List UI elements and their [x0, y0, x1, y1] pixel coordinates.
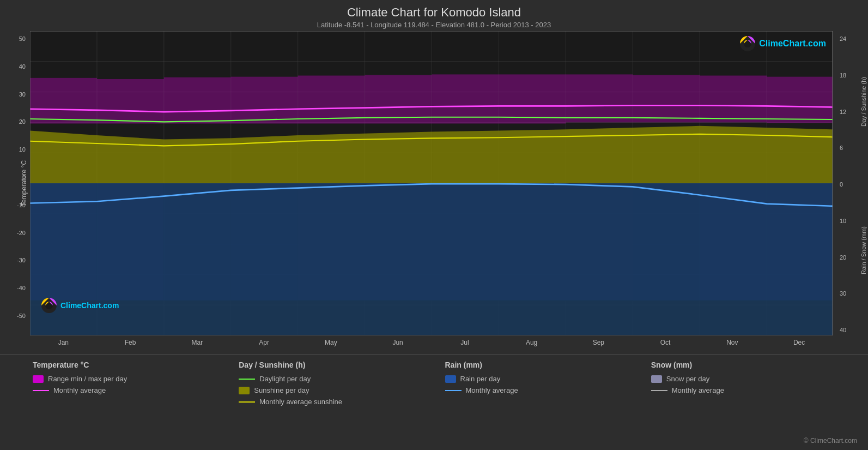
svg-rect-37 [700, 183, 767, 301]
legend-label-snow: Snow per day [666, 375, 710, 383]
y-tick-40: 40 [0, 63, 28, 70]
svg-rect-49 [633, 75, 700, 122]
x-tick-oct: Oct [632, 335, 699, 355]
y-axis-right-top: 24 18 12 6 0 10 20 30 40 Day / Sunshine … [833, 31, 868, 335]
legend-item-sunshine-avg: Monthly average sunshine [239, 398, 445, 406]
svg-rect-36 [633, 183, 700, 301]
legend-label-rain-avg: Monthly average [466, 386, 518, 394]
y-tick-n30: -30 [0, 257, 28, 263]
legend-label-sunshine-avg: Monthly average sunshine [259, 398, 342, 406]
y-tick-r-6: 6 [837, 145, 866, 151]
legend-label-daylight: Daylight per day [259, 375, 311, 383]
legend-line-rain-avg [445, 390, 462, 391]
x-tick-dec: Dec [766, 335, 833, 355]
legend-swatch-sunshine [239, 387, 250, 394]
legend-title-snow: Snow (mm) [651, 361, 857, 369]
svg-rect-32 [365, 183, 432, 301]
svg-rect-48 [566, 74, 633, 122]
y-tick-20: 20 [0, 118, 28, 125]
svg-rect-43 [231, 77, 298, 124]
svg-rect-42 [164, 77, 231, 124]
legend-swatch-snow [651, 375, 662, 383]
chart-subtitle: Latitude -8.541 - Longitude 119.484 - El… [0, 21, 868, 29]
y-axis-left-label: Temperature °C [20, 160, 28, 206]
legend-label-temp-avg: Monthly average [53, 386, 106, 394]
legend-line-sunshine-avg [239, 401, 255, 403]
chart-area: ClimeChart.com ClimeChart.com [30, 31, 833, 335]
climechart-logo-icon-bottom [41, 297, 57, 314]
logo-text-bottom: ClimeChart.com [60, 301, 119, 310]
legend-label-temp-range: Range min / max per day [48, 375, 127, 383]
y-tick-r-24: 24 [837, 35, 866, 42]
legend-line-temp-avg [33, 390, 49, 391]
legend-title-sunshine: Day / Sunshine (h) [239, 361, 445, 369]
title-area: Climate Chart for Komodo Island Latitude… [0, 0, 868, 31]
legend-title-temp: Temperature °C [33, 361, 239, 369]
legend-label-sunshine: Sunshine per day [254, 386, 309, 394]
x-tick-aug: Aug [498, 335, 565, 355]
climechart-logo-icon [739, 35, 756, 52]
y-axis-right-rain-label: Rain / Snow (mm) [860, 226, 867, 274]
legend-item-snow: Snow per day [651, 375, 857, 383]
legend-section-temp: Temperature °C Range min / max per day M… [33, 361, 239, 445]
copyright-text: © ClimeChart.com [651, 426, 857, 445]
y-tick-n20: -20 [0, 230, 28, 236]
legend-section-sunshine: Day / Sunshine (h) Daylight per day Suns… [239, 361, 445, 445]
x-tick-mar: Mar [164, 335, 231, 355]
y-tick-r-10: 10 [837, 218, 866, 224]
svg-rect-35 [566, 183, 633, 301]
legend-item-temp-avg: Monthly average [33, 386, 239, 394]
legend-swatch-rain [445, 375, 456, 383]
svg-rect-29 [164, 183, 231, 301]
legend-item-snow-avg: Monthly average [651, 386, 857, 394]
x-tick-jan: Jan [30, 335, 97, 355]
svg-rect-46 [432, 74, 499, 123]
legend-section-snow: Snow (mm) Snow per day Monthly average ©… [651, 361, 857, 445]
legend-item-sunshine: Sunshine per day [239, 386, 445, 394]
legend-item-rain: Rain per day [445, 375, 651, 383]
chart-container: Climate Chart for Komodo Island Latitude… [0, 0, 868, 450]
svg-rect-31 [298, 183, 365, 301]
y-tick-n50: -50 [0, 313, 28, 319]
y-axis-right: 24 18 12 6 0 10 20 30 40 Day / Sunshine … [833, 31, 868, 335]
logo-bottom-left: ClimeChart.com [41, 297, 119, 314]
svg-rect-33 [432, 183, 499, 301]
svg-rect-51 [767, 77, 833, 123]
logo-top-right: ClimeChart.com [739, 35, 826, 52]
svg-rect-27 [30, 183, 97, 301]
x-tick-may: May [298, 335, 365, 355]
chart-main: 50 40 30 20 10 0 -10 -20 -30 -40 -50 Tem… [0, 31, 868, 335]
legend-line-daylight [239, 379, 255, 380]
svg-rect-30 [231, 183, 298, 301]
legend-area: Temperature °C Range min / max per day M… [0, 355, 868, 450]
legend-label-rain: Rain per day [460, 375, 501, 383]
x-axis-area: JanFebMarAprMayJunJulAugSepOctNovDec [30, 335, 833, 355]
y-tick-30: 30 [0, 91, 28, 98]
x-tick-feb: Feb [97, 335, 164, 355]
svg-rect-45 [365, 75, 432, 123]
y-axis-right-sunshine-label: Day / Sunshine (h) [860, 77, 867, 127]
svg-rect-50 [700, 76, 767, 123]
x-tick-apr: Apr [230, 335, 298, 355]
x-tick-jul: Jul [432, 335, 499, 355]
svg-rect-44 [298, 76, 365, 124]
svg-rect-40 [30, 78, 97, 124]
y-tick-n40: -40 [0, 285, 28, 291]
y-axis-left: 50 40 30 20 10 0 -10 -20 -30 -40 -50 Tem… [0, 31, 30, 335]
chart-svg [30, 31, 833, 335]
svg-rect-34 [499, 183, 566, 301]
legend-item-rain-avg: Monthly average [445, 386, 651, 394]
svg-rect-38 [767, 183, 833, 301]
legend-label-snow-avg: Monthly average [672, 386, 724, 394]
svg-rect-47 [499, 74, 566, 123]
legend-title-rain: Rain (mm) [445, 361, 651, 369]
y-tick-r-30: 30 [837, 290, 866, 297]
y-tick-r-40: 40 [837, 327, 866, 333]
legend-item-daylight: Daylight per day [239, 375, 445, 383]
legend-swatch-temp-range [33, 375, 44, 383]
chart-title: Climate Chart for Komodo Island [0, 5, 868, 20]
y-tick-10: 10 [0, 146, 28, 153]
y-tick-r-0: 0 [837, 181, 866, 188]
x-tick-nov: Nov [699, 335, 766, 355]
y-tick-50: 50 [0, 35, 28, 42]
